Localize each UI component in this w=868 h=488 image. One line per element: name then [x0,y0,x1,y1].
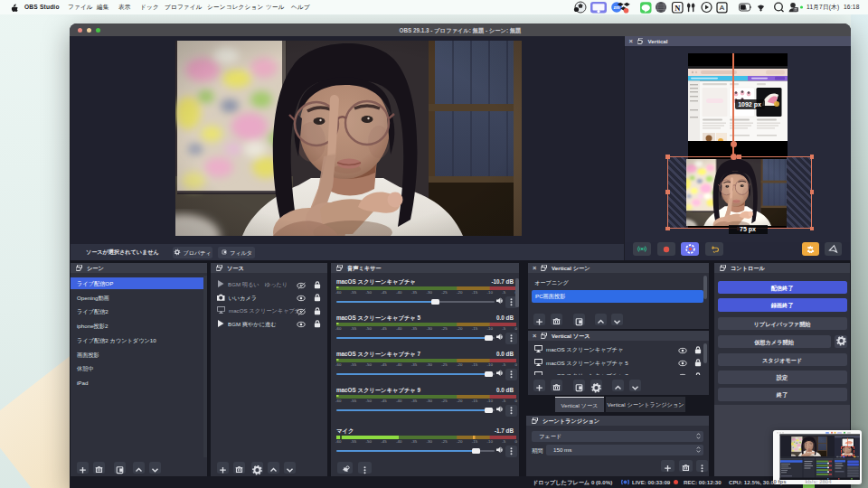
svg-text:%: % [742,5,747,11]
svg-text:A: A [720,4,725,12]
svg-text:N: N [675,4,681,13]
